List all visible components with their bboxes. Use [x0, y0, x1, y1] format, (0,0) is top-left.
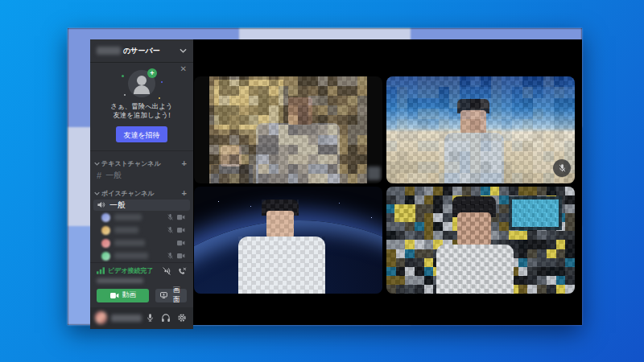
screen-share-icon — [160, 291, 167, 299]
voice-channel-general[interactable]: 一般 — [93, 200, 190, 211]
camera-on-icon — [177, 240, 185, 246]
hash-icon: # — [97, 171, 101, 180]
chevron-down-icon — [94, 191, 100, 195]
mic-icon[interactable] — [146, 313, 155, 323]
voice-user-avatar — [101, 226, 110, 235]
self-avatar[interactable] — [95, 311, 107, 324]
invite-banner: ✕ + さぁ、冒険へ出よう 友達を追加しよう! 友達を招待 — [90, 62, 193, 151]
voice-user-avatar — [101, 252, 110, 261]
mic-muted-icon — [167, 226, 174, 234]
connection-status-label: ビデオ接続完了 — [108, 266, 159, 275]
headphones-icon[interactable] — [161, 313, 171, 323]
text-channel-label: 一般 — [105, 170, 122, 181]
self-username-redacted — [111, 315, 142, 322]
voice-user-row[interactable] — [101, 224, 190, 237]
server-name-redacted — [97, 47, 121, 55]
video-button[interactable]: 動画 — [97, 289, 149, 302]
connection-signal-icon — [97, 267, 105, 274]
participant-muted-icon — [553, 159, 571, 177]
screen-share-button[interactable]: 画面 — [155, 289, 187, 302]
voice-channels-category[interactable]: ボイスチャンネル + — [90, 189, 193, 198]
user-bar — [90, 307, 193, 329]
banner-line1: さぁ、冒険へ出よう — [97, 102, 187, 111]
text-category-label: テキストチャンネル — [101, 159, 182, 168]
voice-user-list — [90, 211, 193, 262]
voice-user-name-redacted — [114, 214, 142, 220]
text-channels-category[interactable]: テキストチャンネル + — [90, 159, 193, 168]
voice-user-avatar — [101, 213, 110, 222]
voice-user-avatar — [101, 239, 110, 248]
text-channel-general[interactable]: # 一般 — [93, 170, 190, 181]
chevron-down-icon — [94, 162, 100, 166]
voice-user-row[interactable] — [101, 212, 190, 224]
participant-label-redacted — [367, 167, 381, 180]
video-call-area — [193, 39, 582, 325]
add-friend-illustration: + — [128, 70, 155, 97]
voice-channel-label: 一般 — [109, 200, 126, 211]
green-plus-badge: + — [147, 68, 157, 78]
camera-on-icon — [177, 214, 185, 220]
chevron-down-icon — [180, 48, 187, 53]
voice-user-name-redacted — [114, 240, 145, 246]
voice-status-panel: ビデオ接続完了 — [90, 262, 193, 307]
banner-close-icon[interactable]: ✕ — [180, 65, 187, 73]
server-icon[interactable] — [70, 68, 88, 86]
disconnect-call-icon[interactable] — [177, 266, 187, 276]
video-tile-earth-background[interactable] — [194, 187, 382, 294]
voice-user-name-redacted — [114, 253, 148, 259]
camera-on-icon — [177, 227, 185, 233]
invite-friends-button[interactable]: 友達を招待 — [116, 126, 167, 142]
server-name-suffix: のサーバー — [123, 46, 180, 56]
gear-icon[interactable] — [177, 313, 187, 323]
create-text-channel-icon[interactable]: + — [182, 159, 187, 167]
camera-icon — [110, 292, 119, 299]
camera-on-icon — [177, 253, 185, 259]
voice-category-label: ボイスチャンネル — [101, 189, 182, 198]
server-header[interactable]: のサーバー — [90, 39, 193, 62]
mic-muted-icon — [167, 252, 174, 260]
voice-user-row[interactable] — [101, 237, 190, 249]
discord-window: DISCORD − □ × — [68, 28, 582, 325]
video-tile-beach[interactable] — [386, 76, 575, 183]
speaker-icon — [97, 200, 105, 209]
mic-muted-icon — [167, 213, 174, 221]
voice-user-name-redacted — [114, 227, 138, 233]
channel-sidebar: のサーバー ✕ + さぁ、冒険へ出よう 友達を追加しよう! — [90, 39, 193, 325]
noise-suppression-icon[interactable] — [162, 266, 171, 276]
banner-line2: 友達を追加しよう! — [97, 111, 187, 120]
server-rail — [68, 39, 90, 325]
create-voice-channel-icon[interactable]: + — [182, 189, 187, 197]
channel-location-redacted — [97, 278, 143, 283]
video-tile-room[interactable] — [386, 187, 575, 294]
voice-user-row[interactable] — [101, 250, 190, 262]
video-tile-indoor[interactable] — [194, 76, 382, 183]
